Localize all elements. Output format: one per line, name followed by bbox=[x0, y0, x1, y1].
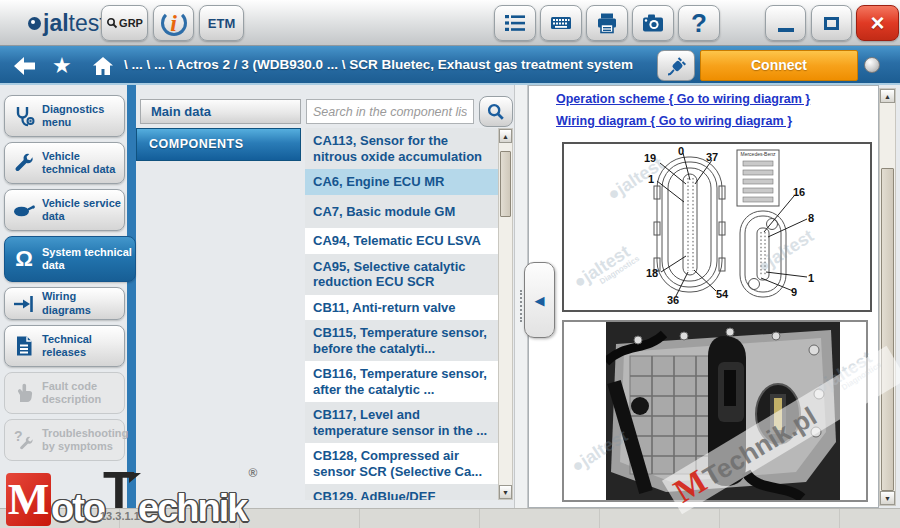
close-icon: × bbox=[870, 9, 884, 37]
minimize-icon bbox=[778, 28, 794, 32]
scroll-up-arrow[interactable]: ▲ bbox=[499, 129, 512, 143]
back-arrow-icon bbox=[12, 54, 38, 78]
search-input[interactable] bbox=[306, 99, 474, 124]
help-button[interactable]: ? bbox=[678, 5, 720, 41]
sidebar-item-troubleshooting-by-symptoms: ? Troubleshooting by symptoms bbox=[4, 419, 125, 461]
sidebar-item-label: Fault code description bbox=[42, 380, 121, 406]
home-button[interactable] bbox=[90, 54, 116, 78]
search-button[interactable] bbox=[479, 96, 513, 127]
component-item[interactable]: CA7, Basic module GM bbox=[305, 195, 498, 229]
camera-icon bbox=[641, 11, 665, 35]
printer-icon bbox=[595, 11, 619, 35]
info-button[interactable]: i bbox=[153, 5, 194, 41]
question-wrench-icon: ? bbox=[12, 428, 36, 452]
back-button[interactable] bbox=[12, 54, 38, 78]
component-photo: ●jaltest ●jaltestDiagnostics bbox=[562, 320, 868, 502]
logo-echnik: echnik bbox=[138, 490, 246, 526]
jaltest-logo-icon bbox=[28, 17, 41, 30]
connection-settings-button[interactable] bbox=[657, 50, 695, 81]
connector-brand-label: Mercedes-Benz bbox=[737, 151, 779, 157]
component-item[interactable]: CB115, Temperature sensor, before the ca… bbox=[305, 320, 498, 361]
favorite-button[interactable]: ★ bbox=[52, 55, 78, 79]
sidebar-item-label: Vehicle technical data bbox=[42, 150, 121, 176]
pin-label: 18 bbox=[646, 267, 658, 279]
engine-ecu-photo bbox=[606, 322, 840, 500]
minimize-button[interactable] bbox=[765, 5, 806, 41]
wiring-icon bbox=[12, 292, 36, 316]
scrollbar-thumb[interactable] bbox=[500, 151, 511, 217]
pin-label: 36 bbox=[667, 294, 679, 306]
breadcrumb: \ ... \ ... \ Actros 2 / 3 (WDB930.0 ...… bbox=[124, 57, 633, 72]
splitter-grip[interactable] bbox=[520, 290, 522, 322]
component-item[interactable]: CA95, Selective catalytic reduction ECU … bbox=[305, 254, 498, 295]
grp-label: GRP bbox=[119, 17, 143, 29]
scroll-down-arrow[interactable]: ▼ bbox=[499, 485, 512, 499]
mototechnik-m-badge: M bbox=[6, 473, 51, 526]
pin-label: 1 bbox=[648, 173, 654, 185]
component-item[interactable]: CB128, Compressed air sensor SCR (Select… bbox=[305, 443, 498, 484]
component-list-scrollbar[interactable]: ▲ ▼ bbox=[498, 128, 513, 500]
registered-mark: ® bbox=[248, 466, 257, 480]
scrollbar-thumb[interactable] bbox=[881, 168, 894, 491]
plug-icon bbox=[664, 54, 688, 78]
help-icon: ? bbox=[691, 8, 707, 39]
omega-icon: Ω bbox=[12, 246, 36, 272]
sidebar-item-label: System technical data bbox=[42, 246, 132, 272]
maximize-icon bbox=[824, 17, 839, 30]
components-section-header: COMPONENTS bbox=[136, 128, 301, 161]
close-button[interactable]: × bbox=[856, 5, 899, 41]
sidebar-item-label: Troubleshooting by symptoms bbox=[42, 427, 128, 453]
screenshot-button[interactable] bbox=[632, 5, 674, 41]
maximize-button[interactable] bbox=[811, 5, 852, 41]
sidebar-item-technical-releases[interactable]: Technical releases bbox=[4, 325, 125, 367]
sidebar-item-fault-code-description: Fault code description bbox=[4, 372, 125, 414]
keyboard-icon bbox=[549, 11, 573, 35]
component-item[interactable]: CB129, AdBlue/DEF bbox=[305, 484, 498, 500]
sidebar-item-diagnostics-menu[interactable]: Diagnostics menu bbox=[4, 95, 125, 137]
stethoscope-icon bbox=[12, 104, 36, 128]
component-item-selected[interactable]: CA6, Engine ECU MR bbox=[305, 169, 498, 195]
connection-status-indicator bbox=[864, 57, 880, 73]
etm-button[interactable]: ETM bbox=[199, 5, 244, 41]
sidebar-item-system-technical-data[interactable]: Ω System technical data bbox=[4, 236, 136, 282]
grp-button[interactable]: GRP bbox=[101, 5, 148, 41]
sidebar-item-label: Wiring diagrams bbox=[42, 290, 121, 316]
collapse-panel-button[interactable]: ◀ bbox=[524, 262, 555, 338]
logo-oto: oto bbox=[51, 490, 104, 526]
sidebar-item-label: Vehicle service data bbox=[42, 197, 121, 223]
sidebar-item-label: Technical releases bbox=[42, 333, 121, 359]
version-number: 13.3.1.1 bbox=[100, 510, 140, 522]
sidebar-divider bbox=[127, 85, 136, 508]
navigation-bar: ★ \ ... \ ... \ Actros 2 / 3 (WDB930.0 .… bbox=[0, 46, 900, 85]
star-icon: ★ bbox=[52, 53, 72, 78]
sidebar-item-wiring-diagrams[interactable]: Wiring diagrams bbox=[4, 287, 125, 320]
scroll-up-arrow[interactable]: ▲ bbox=[880, 89, 895, 103]
magnifier-small-icon bbox=[106, 17, 118, 29]
jaltest-logo: jaltest bbox=[28, 10, 106, 37]
component-item[interactable]: CB11, Anti-return valve bbox=[305, 295, 498, 321]
list-view-button[interactable] bbox=[494, 5, 536, 41]
scroll-down-arrow[interactable]: ▼ bbox=[880, 491, 895, 505]
hand-pointer-icon bbox=[12, 381, 36, 405]
connector-drawing bbox=[564, 144, 870, 310]
sidebar-item-vehicle-technical-data[interactable]: Vehicle technical data bbox=[4, 142, 125, 184]
search-icon bbox=[485, 101, 507, 123]
home-icon bbox=[90, 54, 116, 78]
sidebar-item-vehicle-service-data[interactable]: Vehicle service data bbox=[4, 189, 125, 231]
connect-button[interactable]: Connect bbox=[700, 50, 858, 81]
logo-text-bold: jal bbox=[43, 10, 69, 37]
collapse-left-icon: ◀ bbox=[535, 293, 545, 308]
print-button[interactable] bbox=[586, 5, 628, 41]
component-item[interactable]: CA94, Telematic ECU LSVA bbox=[305, 228, 498, 254]
tab-main-data[interactable]: Main data bbox=[140, 99, 301, 124]
keyboard-button[interactable] bbox=[540, 5, 582, 41]
component-item[interactable]: CB117, Level and temperature sensor in t… bbox=[305, 402, 498, 443]
muffler-icon bbox=[12, 198, 36, 222]
component-item[interactable]: CB116, Temperature sensor, after the cat… bbox=[305, 361, 498, 402]
component-item[interactable]: CA113, Sensor for the nitrous oxide accu… bbox=[305, 128, 498, 169]
wiring-diagram-link[interactable]: Wiring diagram { Go to wiring diagram } bbox=[556, 114, 792, 128]
connector-diagram: ●jaltestDiagnostics ●jaltest ●jaltest 19… bbox=[562, 142, 872, 312]
detail-panel-scrollbar[interactable]: ▲ ▼ bbox=[879, 88, 896, 506]
operation-scheme-link[interactable]: Operation scheme { Go to wiring diagram … bbox=[556, 92, 810, 106]
document-icon bbox=[12, 334, 36, 358]
